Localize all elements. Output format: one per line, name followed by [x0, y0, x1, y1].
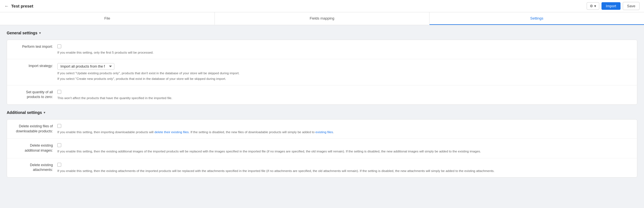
test-import-checkbox[interactable]: [57, 44, 61, 48]
additional-settings-chevron-icon: ▾: [44, 111, 45, 114]
delete-images-checkbox[interactable]: [57, 143, 61, 147]
save-button[interactable]: Save: [623, 2, 640, 10]
quantity-zero-description: This won't affect the products that have…: [57, 96, 631, 101]
delete-files-checkbox[interactable]: [57, 124, 61, 128]
general-settings-chevron-icon: ▾: [39, 31, 41, 35]
test-import-row: Perform test import: If you enable this …: [7, 40, 637, 59]
delete-attachments-row: Delete existing attachments: If you enab…: [7, 158, 637, 177]
import-strategy-control: Import all products from the f Update ex…: [57, 63, 631, 81]
general-settings-card: Perform test import: If you enable this …: [7, 40, 637, 105]
test-import-description: If you enable this setting, only the fir…: [57, 50, 631, 55]
additional-settings-card: Delete existing files of downloadable pr…: [7, 119, 637, 178]
tabs-bar: File Fields mapping Settings: [0, 12, 644, 25]
delete-images-description: If you enable this setting, then the exi…: [57, 149, 631, 154]
delete-files-control: If you enable this setting, then importi…: [57, 123, 631, 135]
top-bar: ← Test preset ⚙ ▾ Import Save: [0, 0, 644, 12]
tab-file[interactable]: File: [0, 12, 215, 25]
quantity-zero-label: Set quantity of all products to zero:: [13, 89, 57, 100]
delete-attachments-checkbox[interactable]: [57, 163, 61, 167]
general-settings-header[interactable]: General settings ▾: [7, 31, 637, 35]
delete-files-link1: delete their existing files: [154, 130, 189, 134]
test-import-control: If you enable this setting, only the fir…: [57, 44, 631, 55]
general-settings-title: General settings: [7, 31, 37, 35]
delete-files-description: If you enable this setting, then importi…: [57, 130, 631, 135]
quantity-zero-control: This won't affect the products that have…: [57, 89, 631, 101]
delete-files-label: Delete existing files of downloadable pr…: [13, 123, 57, 134]
import-strategy-select[interactable]: Import all products from the f Update ex…: [57, 63, 114, 70]
top-bar-left: ← Test preset: [4, 4, 33, 9]
delete-attachments-description: If you enable this setting, then the exi…: [57, 169, 631, 173]
delete-attachments-label: Delete existing attachments:: [13, 162, 57, 173]
page-title: Test preset: [11, 4, 33, 8]
import-strategy-row: Import strategy: Import all products fro…: [7, 59, 637, 85]
main-content: General settings ▾ Perform test import: …: [0, 25, 644, 208]
import-strategy-description2: If you select "Create new products only"…: [57, 76, 631, 81]
gear-dropdown-arrow: ▾: [594, 4, 596, 8]
delete-images-control: If you enable this setting, then the exi…: [57, 143, 631, 154]
gear-button[interactable]: ⚙ ▾: [587, 2, 599, 10]
quantity-zero-checkbox[interactable]: [57, 90, 61, 94]
additional-settings-title: Additional settings: [7, 110, 42, 115]
tab-settings[interactable]: Settings: [430, 12, 644, 25]
additional-settings-header[interactable]: Additional settings ▾: [7, 110, 637, 115]
import-strategy-label: Import strategy:: [13, 63, 57, 69]
back-button[interactable]: ←: [4, 4, 9, 9]
delete-files-link2: existing files: [315, 130, 333, 134]
tab-fields-mapping[interactable]: Fields mapping: [215, 12, 430, 25]
quantity-zero-row: Set quantity of all products to zero: Th…: [7, 85, 637, 104]
gear-icon: ⚙: [590, 4, 593, 8]
top-bar-right: ⚙ ▾ Import Save: [587, 2, 640, 10]
delete-files-row: Delete existing files of downloadable pr…: [7, 119, 637, 139]
delete-attachments-control: If you enable this setting, then the exi…: [57, 162, 631, 173]
import-button[interactable]: Import: [601, 2, 621, 10]
delete-images-row: Delete existing additional images: If yo…: [7, 139, 637, 158]
import-strategy-description1: If you select "Update existing products …: [57, 71, 631, 76]
test-import-label: Perform test import:: [13, 44, 57, 49]
delete-images-label: Delete existing additional images:: [13, 143, 57, 153]
import-strategy-select-wrapper: Import all products from the f Update ex…: [57, 63, 114, 70]
